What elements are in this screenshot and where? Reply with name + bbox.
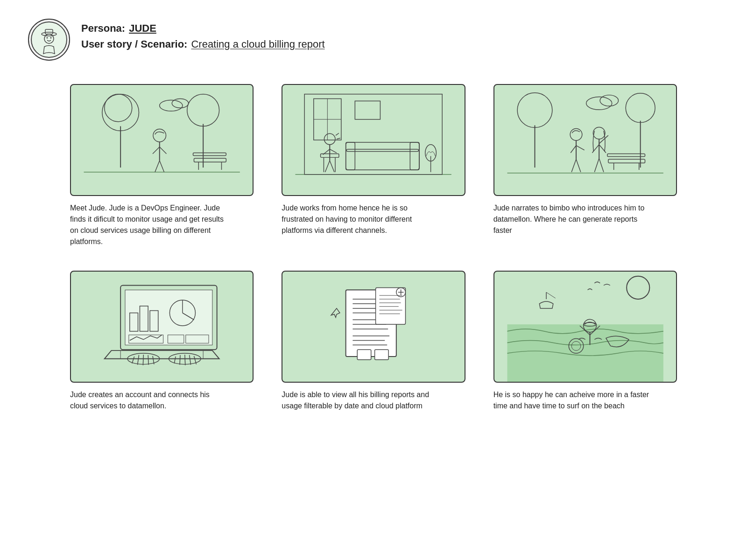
svg-line-96 — [180, 355, 180, 365]
card-3: Jude narrates to bimbo who introduces hi… — [493, 84, 677, 247]
illustration-6 — [493, 271, 677, 383]
svg-rect-123 — [375, 350, 389, 360]
caption-1: Meet Jude. Jude is a DevOps Engineer. Ju… — [70, 203, 229, 247]
illustration-5 — [282, 271, 465, 383]
svg-rect-125 — [507, 272, 663, 331]
card-4: Jude creates an account and connects his… — [70, 271, 254, 412]
persona-label: Persona: — [81, 22, 125, 35]
svg-point-4 — [47, 37, 48, 39]
card-6: He is so happy he can acheive more in a … — [493, 271, 677, 412]
caption-3: Jude narrates to bimbo who introduces hi… — [493, 203, 652, 236]
svg-rect-122 — [358, 350, 372, 360]
card-2: Jude works from home hence he is so frus… — [282, 84, 465, 247]
caption-2: Jude works from home hence he is so frus… — [282, 203, 440, 236]
persona-line: Persona: JUDE — [81, 22, 325, 35]
svg-line-91 — [143, 355, 143, 365]
card-5: Jude is able to view all his billing rep… — [282, 271, 465, 412]
header-text: Persona: JUDE User story / Scenario: Cre… — [81, 19, 325, 50]
scenario-line: User story / Scenario: Creating a cloud … — [81, 38, 325, 50]
svg-line-97 — [185, 355, 185, 365]
caption-6: He is so happy he can acheive more in a … — [493, 389, 652, 412]
illustration-4 — [70, 271, 254, 383]
scenario-label: User story / Scenario: — [81, 38, 187, 50]
storyboard-grid: Meet Jude. Jude is a DevOps Engineer. Ju… — [70, 84, 677, 412]
caption-5: Jude is able to view all his billing rep… — [282, 389, 440, 412]
caption-4: Jude creates an account and connects his… — [70, 389, 229, 412]
svg-point-5 — [50, 37, 52, 39]
scenario-value: Creating a cloud billing report — [191, 38, 324, 50]
svg-rect-126 — [507, 324, 663, 382]
illustration-2 — [282, 84, 465, 196]
svg-rect-49 — [507, 85, 663, 195]
svg-line-92 — [148, 355, 148, 365]
svg-point-0 — [31, 22, 67, 57]
card-1: Meet Jude. Jude is a DevOps Engineer. Ju… — [70, 84, 254, 247]
illustration-1 — [70, 84, 254, 196]
illustration-3 — [493, 84, 677, 196]
avatar — [28, 19, 70, 61]
header: Persona: JUDE User story / Scenario: Cre… — [28, 19, 719, 61]
persona-value: JUDE — [129, 22, 156, 35]
